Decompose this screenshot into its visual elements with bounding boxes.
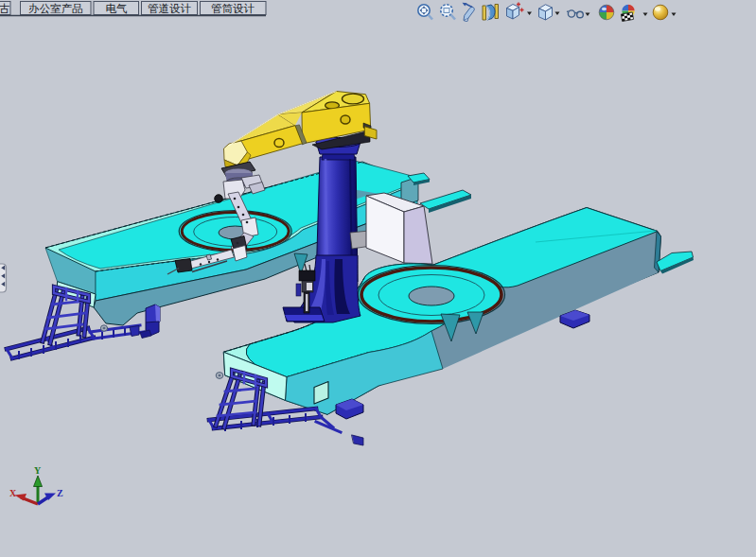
svg-text:古: 古 [0, 3, 10, 14]
svg-text:管筒设计: 管筒设计 [211, 3, 255, 14]
svg-text:电气: 电气 [106, 3, 128, 14]
svg-text:管道设计: 管道设计 [148, 3, 192, 14]
svg-text:X: X [9, 488, 17, 498]
svg-text:Y: Y [34, 465, 42, 476]
svg-text:办公室产品: 办公室产品 [28, 3, 83, 14]
svg-text:Z: Z [57, 488, 63, 498]
